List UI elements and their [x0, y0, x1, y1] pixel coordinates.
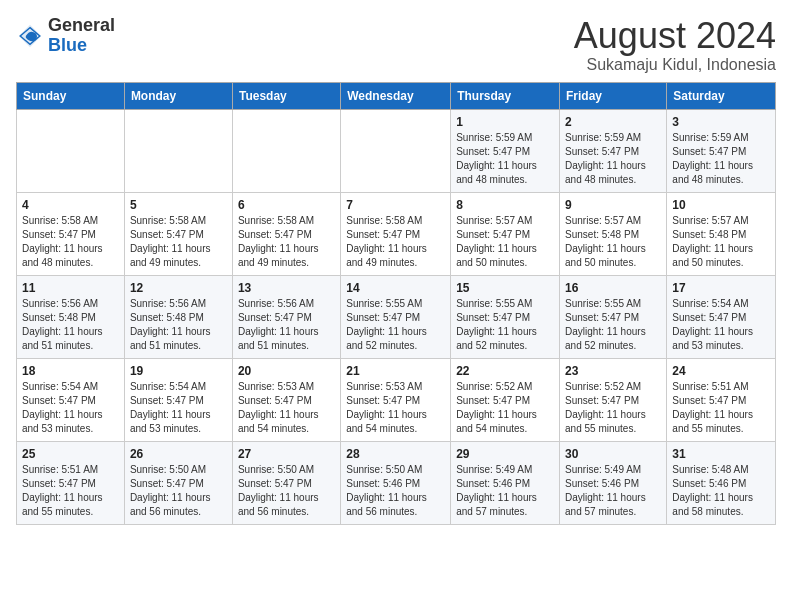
day-info: Sunrise: 5:51 AM Sunset: 5:47 PM Dayligh… [22, 463, 119, 519]
day-number: 20 [238, 364, 335, 378]
day-number: 7 [346, 198, 445, 212]
logo-text: General Blue [48, 16, 115, 56]
day-number: 25 [22, 447, 119, 461]
day-number: 11 [22, 281, 119, 295]
day-info: Sunrise: 5:58 AM Sunset: 5:47 PM Dayligh… [238, 214, 335, 270]
day-number: 24 [672, 364, 770, 378]
day-info: Sunrise: 5:49 AM Sunset: 5:46 PM Dayligh… [456, 463, 554, 519]
day-number: 19 [130, 364, 227, 378]
day-cell: 14Sunrise: 5:55 AM Sunset: 5:47 PM Dayli… [341, 275, 451, 358]
day-number: 16 [565, 281, 661, 295]
logo-general: General [48, 15, 115, 35]
week-row-5: 25Sunrise: 5:51 AM Sunset: 5:47 PM Dayli… [17, 441, 776, 524]
day-info: Sunrise: 5:56 AM Sunset: 5:48 PM Dayligh… [22, 297, 119, 353]
day-info: Sunrise: 5:54 AM Sunset: 5:47 PM Dayligh… [22, 380, 119, 436]
day-info: Sunrise: 5:54 AM Sunset: 5:47 PM Dayligh… [130, 380, 227, 436]
day-number: 2 [565, 115, 661, 129]
logo-icon [16, 22, 44, 50]
col-header-monday: Monday [124, 82, 232, 109]
day-info: Sunrise: 5:52 AM Sunset: 5:47 PM Dayligh… [456, 380, 554, 436]
day-cell: 30Sunrise: 5:49 AM Sunset: 5:46 PM Dayli… [560, 441, 667, 524]
day-info: Sunrise: 5:49 AM Sunset: 5:46 PM Dayligh… [565, 463, 661, 519]
day-cell: 12Sunrise: 5:56 AM Sunset: 5:48 PM Dayli… [124, 275, 232, 358]
day-info: Sunrise: 5:56 AM Sunset: 5:47 PM Dayligh… [238, 297, 335, 353]
day-info: Sunrise: 5:57 AM Sunset: 5:48 PM Dayligh… [672, 214, 770, 270]
week-row-2: 4Sunrise: 5:58 AM Sunset: 5:47 PM Daylig… [17, 192, 776, 275]
day-cell: 28Sunrise: 5:50 AM Sunset: 5:46 PM Dayli… [341, 441, 451, 524]
day-cell: 22Sunrise: 5:52 AM Sunset: 5:47 PM Dayli… [451, 358, 560, 441]
day-cell: 20Sunrise: 5:53 AM Sunset: 5:47 PM Dayli… [232, 358, 340, 441]
day-info: Sunrise: 5:56 AM Sunset: 5:48 PM Dayligh… [130, 297, 227, 353]
day-info: Sunrise: 5:51 AM Sunset: 5:47 PM Dayligh… [672, 380, 770, 436]
day-number: 6 [238, 198, 335, 212]
day-cell: 4Sunrise: 5:58 AM Sunset: 5:47 PM Daylig… [17, 192, 125, 275]
day-info: Sunrise: 5:57 AM Sunset: 5:48 PM Dayligh… [565, 214, 661, 270]
day-cell: 24Sunrise: 5:51 AM Sunset: 5:47 PM Dayli… [667, 358, 776, 441]
logo-blue: Blue [48, 35, 87, 55]
day-cell: 11Sunrise: 5:56 AM Sunset: 5:48 PM Dayli… [17, 275, 125, 358]
day-cell: 18Sunrise: 5:54 AM Sunset: 5:47 PM Dayli… [17, 358, 125, 441]
day-cell [232, 109, 340, 192]
week-row-1: 1Sunrise: 5:59 AM Sunset: 5:47 PM Daylig… [17, 109, 776, 192]
day-cell: 21Sunrise: 5:53 AM Sunset: 5:47 PM Dayli… [341, 358, 451, 441]
day-cell: 2Sunrise: 5:59 AM Sunset: 5:47 PM Daylig… [560, 109, 667, 192]
day-cell [17, 109, 125, 192]
day-info: Sunrise: 5:54 AM Sunset: 5:47 PM Dayligh… [672, 297, 770, 353]
logo: General Blue [16, 16, 115, 56]
day-cell: 19Sunrise: 5:54 AM Sunset: 5:47 PM Dayli… [124, 358, 232, 441]
day-number: 30 [565, 447, 661, 461]
day-cell: 8Sunrise: 5:57 AM Sunset: 5:47 PM Daylig… [451, 192, 560, 275]
day-info: Sunrise: 5:59 AM Sunset: 5:47 PM Dayligh… [672, 131, 770, 187]
day-number: 12 [130, 281, 227, 295]
day-cell: 9Sunrise: 5:57 AM Sunset: 5:48 PM Daylig… [560, 192, 667, 275]
day-number: 10 [672, 198, 770, 212]
col-header-thursday: Thursday [451, 82, 560, 109]
day-cell: 27Sunrise: 5:50 AM Sunset: 5:47 PM Dayli… [232, 441, 340, 524]
day-cell: 15Sunrise: 5:55 AM Sunset: 5:47 PM Dayli… [451, 275, 560, 358]
day-cell: 23Sunrise: 5:52 AM Sunset: 5:47 PM Dayli… [560, 358, 667, 441]
day-number: 23 [565, 364, 661, 378]
day-info: Sunrise: 5:55 AM Sunset: 5:47 PM Dayligh… [565, 297, 661, 353]
week-row-4: 18Sunrise: 5:54 AM Sunset: 5:47 PM Dayli… [17, 358, 776, 441]
day-number: 26 [130, 447, 227, 461]
day-info: Sunrise: 5:48 AM Sunset: 5:46 PM Dayligh… [672, 463, 770, 519]
day-info: Sunrise: 5:52 AM Sunset: 5:47 PM Dayligh… [565, 380, 661, 436]
day-cell: 7Sunrise: 5:58 AM Sunset: 5:47 PM Daylig… [341, 192, 451, 275]
day-number: 17 [672, 281, 770, 295]
day-number: 28 [346, 447, 445, 461]
day-cell: 25Sunrise: 5:51 AM Sunset: 5:47 PM Dayli… [17, 441, 125, 524]
day-cell: 17Sunrise: 5:54 AM Sunset: 5:47 PM Dayli… [667, 275, 776, 358]
location-subtitle: Sukamaju Kidul, Indonesia [574, 56, 776, 74]
day-info: Sunrise: 5:58 AM Sunset: 5:47 PM Dayligh… [346, 214, 445, 270]
day-number: 9 [565, 198, 661, 212]
day-cell: 5Sunrise: 5:58 AM Sunset: 5:47 PM Daylig… [124, 192, 232, 275]
day-info: Sunrise: 5:58 AM Sunset: 5:47 PM Dayligh… [22, 214, 119, 270]
day-number: 15 [456, 281, 554, 295]
day-cell [124, 109, 232, 192]
col-header-sunday: Sunday [17, 82, 125, 109]
day-info: Sunrise: 5:53 AM Sunset: 5:47 PM Dayligh… [238, 380, 335, 436]
day-number: 31 [672, 447, 770, 461]
day-cell: 31Sunrise: 5:48 AM Sunset: 5:46 PM Dayli… [667, 441, 776, 524]
header-row: SundayMondayTuesdayWednesdayThursdayFrid… [17, 82, 776, 109]
col-header-wednesday: Wednesday [341, 82, 451, 109]
day-number: 21 [346, 364, 445, 378]
title-block: August 2024 Sukamaju Kidul, Indonesia [574, 16, 776, 74]
day-number: 1 [456, 115, 554, 129]
day-number: 18 [22, 364, 119, 378]
page-header: General Blue August 2024 Sukamaju Kidul,… [16, 16, 776, 74]
day-cell: 29Sunrise: 5:49 AM Sunset: 5:46 PM Dayli… [451, 441, 560, 524]
day-number: 27 [238, 447, 335, 461]
day-cell: 26Sunrise: 5:50 AM Sunset: 5:47 PM Dayli… [124, 441, 232, 524]
day-cell: 6Sunrise: 5:58 AM Sunset: 5:47 PM Daylig… [232, 192, 340, 275]
month-year-title: August 2024 [574, 16, 776, 56]
day-info: Sunrise: 5:57 AM Sunset: 5:47 PM Dayligh… [456, 214, 554, 270]
day-info: Sunrise: 5:50 AM Sunset: 5:47 PM Dayligh… [130, 463, 227, 519]
day-info: Sunrise: 5:55 AM Sunset: 5:47 PM Dayligh… [456, 297, 554, 353]
col-header-friday: Friday [560, 82, 667, 109]
day-info: Sunrise: 5:58 AM Sunset: 5:47 PM Dayligh… [130, 214, 227, 270]
day-cell: 1Sunrise: 5:59 AM Sunset: 5:47 PM Daylig… [451, 109, 560, 192]
calendar-table: SundayMondayTuesdayWednesdayThursdayFrid… [16, 82, 776, 525]
week-row-3: 11Sunrise: 5:56 AM Sunset: 5:48 PM Dayli… [17, 275, 776, 358]
day-number: 4 [22, 198, 119, 212]
